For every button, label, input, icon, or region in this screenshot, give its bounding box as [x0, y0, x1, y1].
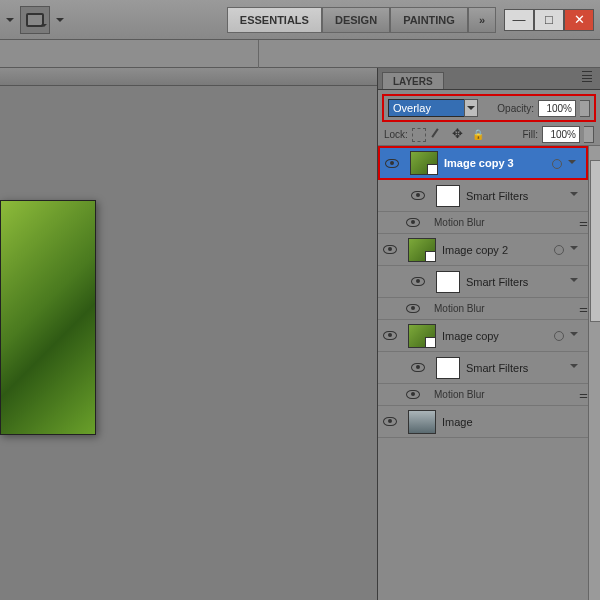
fill-label: Fill: [522, 129, 538, 140]
options-bar [0, 40, 600, 68]
expand-toggle[interactable] [570, 361, 582, 374]
layer-name[interactable]: Image copy 3 [444, 157, 546, 169]
smart-filters-label: Smart Filters [466, 276, 570, 288]
expand-toggle[interactable] [570, 329, 582, 342]
eye-icon [383, 245, 397, 254]
opacity-label: Opacity: [497, 103, 534, 114]
filter-mask-thumbnail[interactable] [436, 185, 460, 207]
document-tab-bar[interactable] [0, 68, 377, 86]
visibility-toggle[interactable] [378, 406, 402, 437]
dropdown-caret-icon[interactable] [56, 18, 64, 26]
lock-position-icon[interactable] [452, 128, 466, 142]
layer-row[interactable]: Image copy 2 [378, 234, 588, 266]
blend-mode-dropdown-icon[interactable] [464, 99, 478, 117]
screen-icon [26, 13, 44, 27]
layer-row-selected[interactable]: Image copy 3 [378, 146, 588, 180]
layers-list: Image copy 3 Smart Filters Motion Blur ⚌… [378, 146, 588, 600]
fill-stepper[interactable] [584, 126, 594, 143]
layer-name[interactable]: Image [442, 416, 582, 428]
expand-toggle[interactable] [568, 157, 580, 170]
lock-label: Lock: [384, 129, 408, 140]
lock-all-icon[interactable] [472, 128, 486, 142]
dropdown-caret-icon[interactable] [6, 18, 14, 26]
expand-toggle[interactable] [570, 189, 582, 202]
filter-name: Motion Blur [434, 303, 485, 314]
layer-name[interactable]: Image copy 2 [442, 244, 548, 256]
window-maximize-button[interactable]: □ [534, 9, 564, 31]
visibility-toggle[interactable] [406, 390, 430, 399]
workspace-essentials[interactable]: ESSENTIALS [227, 7, 322, 33]
lock-transparency-icon[interactable] [412, 128, 426, 142]
panel-tab-row: LAYERS [378, 68, 600, 90]
visibility-toggle[interactable] [378, 320, 402, 351]
expand-toggle[interactable] [570, 275, 582, 288]
tab-layers[interactable]: LAYERS [382, 72, 444, 89]
visibility-toggle[interactable] [406, 304, 430, 313]
filter-row[interactable]: Motion Blur ⚌ [378, 212, 588, 234]
smart-object-indicator [548, 244, 570, 255]
smart-object-indicator [548, 330, 570, 341]
eye-icon [411, 191, 425, 200]
opacity-input[interactable]: 100% [538, 100, 576, 117]
layers-panel: LAYERS Overlay Opacity: 100% Lock: Fill: [377, 68, 600, 600]
filter-options-icon[interactable]: ⚌ [579, 303, 588, 314]
eye-icon [406, 304, 420, 313]
window-close-button[interactable]: ✕ [564, 9, 594, 31]
workspace-painting[interactable]: PAINTING [390, 7, 468, 33]
expand-toggle[interactable] [570, 243, 582, 256]
layer-thumbnail[interactable] [410, 151, 438, 175]
smart-filters-label: Smart Filters [466, 362, 570, 374]
screen-mode-button[interactable] [20, 6, 50, 34]
tool-preset-area [6, 6, 64, 34]
visibility-toggle[interactable] [406, 218, 430, 227]
visibility-toggle[interactable] [406, 352, 430, 383]
application-menubar: ESSENTIALS DESIGN PAINTING » — □ ✕ [0, 0, 600, 40]
eye-icon [406, 218, 420, 227]
eye-icon [383, 331, 397, 340]
layers-scrollbar[interactable] [588, 146, 600, 600]
canvas-image[interactable] [0, 200, 96, 435]
layer-thumbnail[interactable] [408, 238, 436, 262]
visibility-toggle[interactable] [406, 180, 430, 211]
window-controls: — □ ✕ [504, 9, 594, 31]
lock-row: Lock: Fill: 100% [378, 124, 600, 146]
visibility-toggle[interactable] [378, 234, 402, 265]
layer-row[interactable]: Image [378, 406, 588, 438]
filter-row[interactable]: Motion Blur ⚌ [378, 298, 588, 320]
eye-icon [411, 277, 425, 286]
eye-icon [406, 390, 420, 399]
workspace-expand-button[interactable]: » [468, 7, 496, 33]
filter-options-icon[interactable]: ⚌ [579, 389, 588, 400]
layer-thumbnail[interactable] [408, 324, 436, 348]
smart-filters-row[interactable]: Smart Filters [378, 266, 588, 298]
layer-thumbnail[interactable] [408, 410, 436, 434]
window-minimize-button[interactable]: — [504, 9, 534, 31]
blend-mode-row: Overlay Opacity: 100% [382, 94, 596, 122]
eye-icon [411, 363, 425, 372]
filter-mask-thumbnail[interactable] [436, 271, 460, 293]
smart-object-indicator [546, 157, 568, 168]
layer-name[interactable]: Image copy [442, 330, 548, 342]
visibility-toggle[interactable] [406, 266, 430, 297]
workspace-design[interactable]: DESIGN [322, 7, 390, 33]
eye-icon [385, 159, 399, 168]
options-divider [258, 40, 259, 68]
smart-filters-label: Smart Filters [466, 190, 570, 202]
filter-row[interactable]: Motion Blur ⚌ [378, 384, 588, 406]
filter-name: Motion Blur [434, 389, 485, 400]
filter-options-icon[interactable]: ⚌ [579, 217, 588, 228]
filter-mask-thumbnail[interactable] [436, 357, 460, 379]
fill-input[interactable]: 100% [542, 126, 580, 143]
smart-filters-row[interactable]: Smart Filters [378, 180, 588, 212]
lock-pixels-icon[interactable] [432, 128, 446, 142]
panel-menu-icon[interactable] [580, 71, 596, 85]
opacity-stepper[interactable] [580, 100, 590, 117]
workspace-switcher: ESSENTIALS DESIGN PAINTING » [227, 7, 496, 33]
filter-name: Motion Blur [434, 217, 485, 228]
smart-filters-row[interactable]: Smart Filters [378, 352, 588, 384]
blend-mode-select[interactable]: Overlay [388, 99, 464, 117]
canvas-area [0, 68, 377, 600]
eye-icon [383, 417, 397, 426]
layer-row[interactable]: Image copy [378, 320, 588, 352]
visibility-toggle[interactable] [380, 148, 404, 178]
